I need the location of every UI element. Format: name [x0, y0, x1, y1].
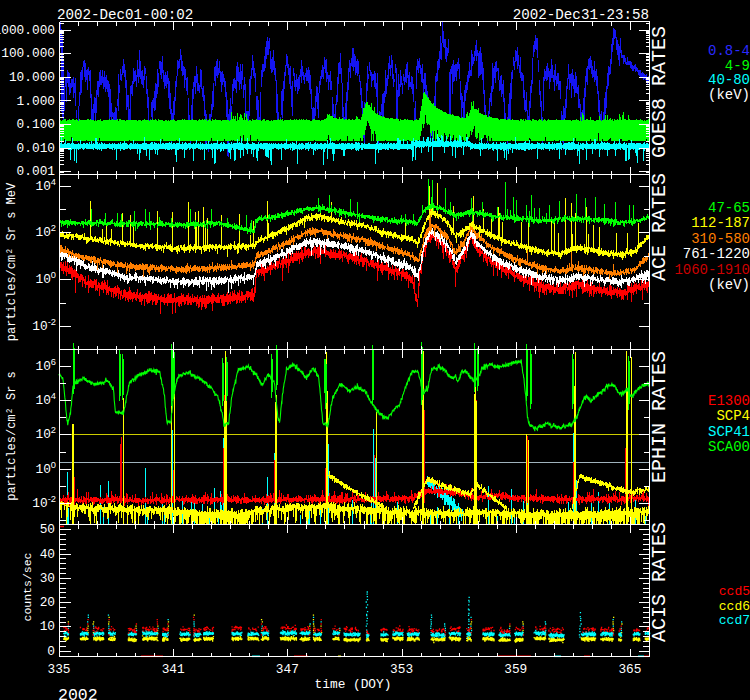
svg-text:EPHIN RATES: EPHIN RATES: [648, 351, 671, 483]
svg-text:30: 30: [40, 571, 55, 586]
svg-text:365: 365: [618, 662, 641, 677]
svg-text:100.000: 100.000: [1, 46, 55, 61]
svg-text:particles/cm² Sr s MeV: particles/cm² Sr s MeV: [5, 182, 19, 341]
svg-text:0.001: 0.001: [17, 164, 56, 179]
svg-text:0.8-4: 0.8-4: [708, 43, 750, 59]
svg-text:10: 10: [40, 619, 55, 634]
svg-text:335: 335: [47, 662, 70, 677]
svg-text:ccd6: ccd6: [719, 599, 750, 614]
svg-text:SCA00: SCA00: [708, 439, 750, 455]
svg-text:(keV): (keV): [708, 277, 750, 293]
svg-text:(keV): (keV): [708, 87, 750, 103]
svg-text:ccd7: ccd7: [719, 613, 750, 628]
svg-text:2002-Dec31-23:58: 2002-Dec31-23:58: [513, 7, 649, 23]
svg-text:time (DOY): time (DOY): [315, 677, 392, 692]
svg-text:112-187: 112-187: [691, 215, 750, 231]
svg-text:310-580: 310-580: [691, 231, 750, 247]
svg-text:1000.000: 1000.000: [0, 23, 55, 38]
svg-text:counts/sec: counts/sec: [21, 552, 34, 621]
svg-text:1060-1910: 1060-1910: [674, 262, 750, 278]
svg-text:0.010: 0.010: [17, 141, 55, 156]
svg-text:359: 359: [504, 662, 527, 677]
svg-text:50: 50: [40, 522, 55, 537]
svg-text:347: 347: [276, 662, 299, 677]
svg-text:GOES8 RATES: GOES8 RATES: [648, 26, 671, 158]
svg-text:10.000: 10.000: [9, 70, 55, 85]
svg-text:20: 20: [40, 595, 55, 610]
svg-text:0: 0: [47, 644, 55, 659]
svg-text:ccd5: ccd5: [719, 584, 750, 599]
svg-text:1.000: 1.000: [17, 94, 55, 109]
svg-text:ACE RATES: ACE RATES: [648, 173, 671, 281]
svg-text:40: 40: [40, 547, 55, 562]
svg-text:2002: 2002: [58, 686, 98, 700]
svg-text:particles/cm² Sr s: particles/cm² Sr s: [5, 371, 19, 501]
svg-text:353: 353: [390, 662, 413, 677]
svg-text:SCP4: SCP4: [716, 408, 750, 424]
svg-text:0.100: 0.100: [17, 117, 55, 132]
svg-text:341: 341: [162, 662, 185, 677]
svg-text:761-1220: 761-1220: [683, 246, 750, 262]
svg-text:47-65: 47-65: [708, 200, 750, 216]
svg-text:ACIS RATES: ACIS RATES: [648, 522, 671, 642]
svg-text:SCP41: SCP41: [708, 424, 750, 440]
svg-text:2002-Dec01-00:02: 2002-Dec01-00:02: [57, 7, 193, 23]
svg-text:E1300: E1300: [708, 393, 750, 409]
